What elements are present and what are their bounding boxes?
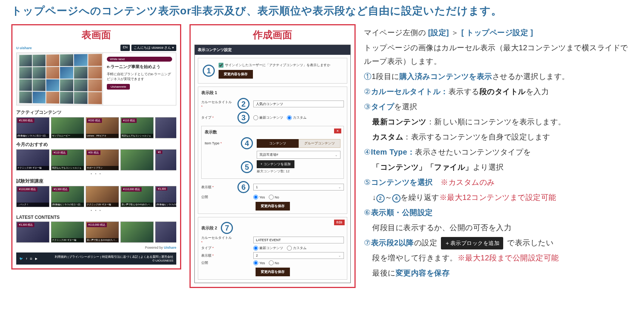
footer-links[interactable]: 利用規約 | プライバシーポリシー | 特定商取引法に基づく表記 | よくある質… [55, 255, 173, 259]
save-button[interactable]: 変更内容を保存 [256, 202, 290, 211]
content-card[interactable] [120, 149, 154, 170]
type-custom-radio-2[interactable]: カスタム [287, 246, 307, 251]
price-tag: ¥110,000 税込 [17, 187, 37, 192]
active-content-checkbox[interactable] [219, 63, 223, 68]
carousel-section: LATEST CONTENTS ¥3,300 税込 テクニック25! ギター編 … [16, 215, 176, 243]
price-tag: ¥5,500 税込 [17, 118, 34, 123]
content-select[interactable]: 英語耳道場# [257, 151, 340, 159]
content-card[interactable]: ¥0 [155, 149, 176, 170]
three-column-layout: 表画面 U uishare EN こんにちは utosece さん ▾ Whit… [11, 24, 633, 288]
type-latest-radio[interactable]: 最新コンテンツ [253, 115, 283, 120]
card-caption: [映像編]ビジネスの役立つ話… [51, 203, 84, 207]
hero-cta-button[interactable]: Uisharerete [107, 84, 130, 90]
save-button[interactable]: 変更内容を保存 [256, 268, 290, 276]
section-2-block: 削除 表示段 2 7 カルーセルタイトル * タイプ * [198, 217, 347, 280]
content-card[interactable]: ¥3,300[映像編]ビジネスの役立つ話し… [155, 186, 176, 207]
card-caption: 良い声で歌えるDVD[永久パック！… [86, 238, 119, 242]
hero-heading: e-ラーニング事業を始めよう [107, 64, 172, 70]
order-select[interactable]: 1 [253, 184, 344, 190]
carousel-row[interactable]: ¥5,500 税込[映像編]ビジネスに役立つ話し方 サンプルムービー ¥330 … [16, 117, 176, 138]
inline-marker-2: 2 [376, 194, 385, 203]
type-custom-radio[interactable]: カスタム [287, 115, 307, 120]
inline-marker-4: 4 [392, 194, 401, 203]
carousel-title-input-2[interactable] [253, 237, 344, 243]
order-select-2[interactable]: 2 [253, 252, 344, 259]
tab-content[interactable]: コンテンツ [257, 139, 299, 148]
type-latest-radio-2[interactable]: 最新コンテンツ [253, 246, 283, 251]
step-marker-3: 3 [237, 111, 250, 124]
content-card[interactable] [155, 221, 176, 243]
content-card[interactable]: ¥3,300 税込 [16, 221, 49, 243]
tab-group[interactable]: グループコンテンツ [299, 139, 340, 148]
lang-chip[interactable]: EN [120, 45, 130, 51]
content-card[interactable]: テクニック25! ギター編 [86, 186, 119, 207]
hero-subtext: 手軽に自社ブランドとしてのe-ラーニングビジネスが実現できます [107, 72, 172, 82]
public-no-radio-2[interactable]: No [269, 260, 279, 265]
social-icons[interactable]: 🐦 f ◘ ▶ [19, 257, 40, 260]
content-card[interactable]: ¥110 税込英語なんでもコンシェルジュ [51, 149, 84, 170]
active-content-checkbox-row[interactable]: サインインしたユーザーに「アクティブコンテンツ」を表示しますか [219, 63, 344, 68]
front-panel-title: 表画面 [16, 28, 176, 42]
settings-form: 表示コンテンツ設定 1 サインインしたユーザーに「アクティブコンテンツ」を表示し… [194, 45, 351, 283]
content-card[interactable] [120, 221, 154, 243]
save-button[interactable]: 変更内容を保存 [219, 70, 253, 79]
add-block-button-inline[interactable]: ＋表示ブロックを追加 [441, 237, 503, 249]
content-card[interactable]: ¥110,000 税込良い声で歌えるDVD[永久パック！… [86, 221, 119, 243]
youtube-icon[interactable]: ▶ [35, 257, 37, 260]
max-count-text: 最大コンテンツ数: 12 [257, 169, 294, 174]
carousel-dots[interactable]: • • • [16, 209, 176, 212]
carousel-row[interactable]: ¥110,000 税込…パック！ ¥3,300 税込[映像編]ビジネスの役立つ話… [16, 186, 176, 207]
content-card[interactable]: サンプルムービー [51, 117, 84, 138]
section-title: 今月のおすすめ [16, 141, 176, 148]
carousel-section: アクティブコンテンツ ¥5,500 税込[映像編]ビジネスに役立つ話し方 サンプ… [16, 109, 176, 138]
content-card[interactable]: ¥330 税込Ushare PRビデオ [86, 117, 119, 138]
front-screen-panel: 表画面 U uishare EN こんにちは utosece さん ▾ Whit… [11, 24, 181, 269]
card-caption: サンプルムービー [51, 134, 84, 138]
public-yes-radio-2[interactable]: Yes [253, 260, 265, 265]
price-tag: ¥3,300 税込 [52, 187, 69, 192]
settings-panel-title: 作成画面 [194, 28, 351, 42]
public-yes-radio[interactable]: Yes [253, 195, 265, 200]
delete-section-button[interactable]: 削除 [334, 220, 345, 225]
carousel-row[interactable]: ¥3,300 税込 テクニック25! ギター編 ¥110,000 税込良い声で歌… [16, 221, 176, 243]
twitter-icon[interactable]: 🐦 [19, 257, 23, 260]
content-card[interactable]: ¥55 税込サポートプラン [86, 149, 119, 170]
carousel-title-input[interactable] [253, 101, 344, 107]
public-label: 公開 [201, 260, 234, 265]
display-count-block: ✕ 表示数 Item Type * 4 コンテンツ グループコンテンツ [201, 126, 344, 179]
page-title: トップページへのコンテンツ表示or非表示及び、表示順位や表示段など自由に設定いた… [11, 4, 633, 18]
item-type-tabs[interactable]: コンテンツ グループコンテンツ [257, 139, 340, 148]
content-card[interactable]: ¥110,000 税込良い声で歌えるDVD[永久パック… [120, 186, 154, 207]
carousel-title-label: カルーセルタイトル [201, 100, 232, 104]
card-caption: …パック！ [17, 203, 49, 207]
carousel-section: 試験対策講座 ¥110,000 税込…パック！ ¥3,300 税込[映像編]ビジ… [16, 178, 176, 212]
content-card[interactable]: ¥110,000 税込…パック！ [16, 186, 49, 207]
content-card[interactable] [155, 117, 176, 138]
card-caption: テクニック25! ギター編 [86, 203, 119, 207]
content-card[interactable]: ¥3,300 税込[映像編]ビジネスの役立つ話… [51, 186, 84, 207]
public-label: 公開 [201, 195, 234, 200]
carousel-row[interactable]: テクニック25! ギター編 ¥110 税込英語なんでもコンシェルジュ ¥55 税… [16, 149, 176, 170]
price-tag: ¥110,000 税込 [122, 187, 142, 192]
add-content-button[interactable]: + コンテンツを追加 [257, 160, 294, 168]
logo: U uishare [16, 46, 32, 50]
footer: 🐦 f ◘ ▶ 利用規約 | プライバシーポリシー | 特定商取引法に基づく表記… [16, 252, 176, 265]
card-caption: [映像編]ビジネスの役立つ話し… [156, 203, 176, 207]
step-marker-7: 7 [221, 222, 233, 234]
facebook-icon[interactable]: f [26, 257, 27, 260]
delete-count-button[interactable]: ✕ [334, 129, 341, 133]
section-1-title: 表示段 1 [201, 90, 344, 96]
copyright: © UIOUSNESS [153, 259, 173, 262]
public-no-radio[interactable]: No [269, 195, 279, 200]
content-card[interactable]: ¥110 税込英語なんでもコンシェルジュ [120, 117, 154, 138]
section-title: アクティブコンテンツ [16, 109, 176, 116]
user-chip[interactable]: こんにちは utosece さん ▾ [131, 45, 176, 51]
card-caption: テクニック25! ギター編 [17, 166, 49, 170]
carousel-dots[interactable]: • • • [16, 172, 176, 176]
content-card[interactable]: テクニック25! ギター編 [16, 149, 49, 170]
price-tag: ¥110 税込 [52, 150, 67, 155]
content-card[interactable]: テクニック25! ギター編 [51, 221, 84, 243]
content-card[interactable]: ¥5,500 税込[映像編]ビジネスに役立つ話し方 [16, 117, 49, 138]
order-label: 表示順 [201, 254, 211, 257]
instagram-icon[interactable]: ◘ [30, 257, 32, 260]
